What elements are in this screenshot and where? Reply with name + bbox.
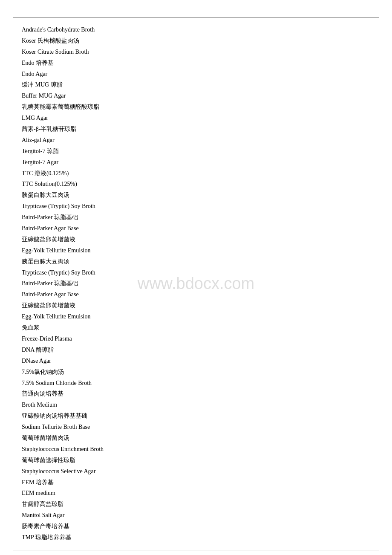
list-item: Aliz-gal Agar	[22, 135, 370, 146]
list-item: Andrade's Carbohydrate Broth	[22, 24, 370, 35]
list-item: 兔血浆	[22, 322, 370, 333]
list-item: Staphylococcus Enrichment Broth	[22, 444, 370, 455]
list-item: 普通肉汤培养基	[22, 388, 370, 399]
list-item: 甘露醇高盐琼脂	[22, 499, 370, 510]
list-item: Staphylococcus Selective Agar	[22, 466, 370, 477]
list-item: 亚碲酸盐卵黄增菌液	[22, 300, 370, 311]
list-item: Baird-Parker 琼脂基础	[22, 278, 370, 289]
list-item: 乳糖莫能霉素葡萄糖醛酸琼脂	[22, 101, 370, 113]
list-item: 亚碲酸盐卵黄增菌液	[22, 234, 370, 245]
list-item: 葡萄球菌选择性琼脂	[22, 455, 370, 466]
list-item: LMG Agar	[22, 113, 370, 124]
list-item: TTC 溶液(0.125%)	[22, 168, 370, 179]
list-item: Baird-Parker 琼脂基础	[22, 212, 370, 223]
list-item: 7.5%氯化钠肉汤	[22, 367, 370, 378]
list-item: 胰蛋白胨大豆肉汤	[22, 190, 370, 201]
list-item: Sodium Tellurite Broth Base	[22, 422, 370, 433]
list-item: 缓冲 MUG 琼脂	[22, 79, 370, 90]
list-item: Endo 培养基	[22, 58, 370, 69]
list-item: Baird-Parker Agar Base	[22, 223, 370, 234]
list-item: 胰蛋白胨大豆肉汤	[22, 256, 370, 267]
list-container: Andrade's Carbohydrate BrothKoser 氏枸橼酸盐肉…	[22, 24, 370, 543]
list-item: Buffer MUG Agar	[22, 90, 370, 101]
list-item: Koser 氏枸橼酸盐肉汤	[22, 35, 370, 46]
list-item: EEM medium	[22, 488, 370, 499]
list-item: 茜素-β-半乳糖苷琼脂	[22, 124, 370, 135]
list-item: Trypticase (Tryptic) Soy Broth	[22, 201, 370, 212]
list-item: 7.5% Sodium Chloride Broth	[22, 378, 370, 389]
list-item: Trypticase (Tryptic) Soy Broth	[22, 267, 370, 278]
list-item: 葡萄球菌增菌肉汤	[22, 433, 370, 444]
list-item: Endo Agar	[22, 69, 370, 80]
list-item: DNA 酶琼脂	[22, 344, 370, 356]
list-item: 亚碲酸钠肉汤培养基基础	[22, 410, 370, 422]
list-item: TTC Solution(0.125%)	[22, 179, 370, 190]
list-item: Tergitol-7 琼脂	[22, 146, 370, 157]
list-item: Tergitol-7 Agar	[22, 157, 370, 168]
content-box: www.bdocx.com Andrade's Carbohydrate Bro…	[13, 17, 379, 550]
list-item: Egg-Yolk Tellurite Emulsion	[22, 311, 370, 322]
list-item: Koser Citrate Sodium Broth	[22, 46, 370, 58]
list-item: 肠毒素产毒培养基	[22, 521, 370, 532]
list-item: Egg-Yolk Tellurite Emulsion	[22, 245, 370, 256]
list-item: Manitol Salt Agar	[22, 510, 370, 521]
list-item: Broth Medium	[22, 399, 370, 410]
page-container: www.bdocx.com Andrade's Carbohydrate Bro…	[0, 0, 392, 555]
list-item: Freeze-Dried Plasma	[22, 333, 370, 344]
list-item: Baird-Parker Agar Base	[22, 289, 370, 300]
list-item: EEM 培养基	[22, 477, 370, 488]
list-item: TMP 琼脂培养养基	[22, 532, 370, 543]
list-item: DNase Agar	[22, 356, 370, 367]
